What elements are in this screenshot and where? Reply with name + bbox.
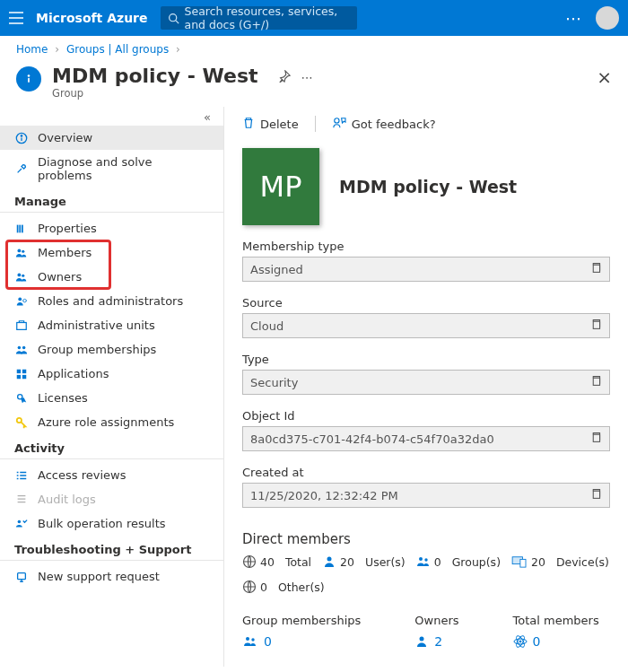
collapse-icon[interactable]: « [0,107,223,126]
svg-rect-25 [593,265,599,272]
owners-icon [14,271,29,284]
support-icon [14,571,29,583]
field-object-id: Object Id 8a0cd375-c701-42f4-b074-c54f70… [242,409,610,451]
sidebar-item-properties[interactable]: Properties [0,216,223,240]
sidebar-item-roles[interactable]: Roles and administrators [0,289,223,313]
pin-icon[interactable] [278,70,291,85]
sidebar-item-label: Owners [38,270,82,284]
dm-devices[interactable]: 20 Device(s) [511,554,609,569]
dm-num: 0 [260,580,267,594]
delete-button[interactable]: Delete [242,116,299,132]
bulk-icon [14,518,29,530]
more-icon[interactable]: ⋯ [565,9,583,28]
sidebar-section-manage: Manage [0,188,223,213]
field-value: Security [250,376,298,389]
dm-users[interactable]: 20 User(s) [322,554,406,569]
stat-owners[interactable]: Owners 2 [414,614,458,649]
users-icon [242,634,258,649]
title-row: MDM policy - West Group ⋯ × [0,63,628,107]
globe-icon [242,580,257,594]
sidebar-item-apps[interactable]: Applications [0,362,223,386]
dm-num: 40 [260,555,275,569]
field-source: Source Cloud [242,296,610,338]
sidebar-item-aunits[interactable]: Administrative units [0,313,223,337]
sidebar-item-gmembers[interactable]: Group memberships [0,337,223,362]
more-title-icon[interactable]: ⋯ [301,71,315,84]
field-label: Membership type [242,240,610,253]
sidebar-section-ts: Troubleshooting + Support [0,536,223,561]
feedback-button[interactable]: Got feedback? [332,116,436,132]
close-icon[interactable]: × [597,66,612,88]
sidebar-item-label: Diagnose and solve problems [38,155,209,182]
field-value: Assigned [250,263,303,276]
field-label: Object Id [242,409,610,423]
apps-icon [14,368,29,380]
dm-total[interactable]: 40 Total [242,554,311,569]
sidebar-item-diagnose[interactable]: Diagnose and solve problems [0,150,223,188]
svg-point-9 [22,249,24,252]
dm-groups[interactable]: 0 Group(s) [416,554,501,569]
dm-label: User(s) [365,555,406,569]
crumb-groups[interactable]: Groups | All groups [66,43,169,56]
group-memberships-icon [14,344,29,356]
svg-rect-2 [28,78,30,83]
svg-rect-6 [19,224,21,232]
copy-icon[interactable] [590,319,602,333]
copy-icon[interactable] [590,262,602,276]
svg-rect-28 [593,434,599,441]
dm-label: Device(s) [556,555,609,569]
svg-point-15 [22,345,26,349]
copy-icon[interactable] [590,375,602,389]
sidebar-item-support[interactable]: New support request [0,564,223,589]
dm-others[interactable]: 0 Other(s) [242,580,325,594]
copy-icon[interactable] [590,432,602,446]
users-icon [416,554,431,569]
svg-point-10 [17,273,21,276]
svg-rect-5 [17,224,19,232]
svg-rect-19 [22,374,26,378]
avatar[interactable] [596,6,619,30]
svg-point-31 [327,557,332,562]
sidebar-item-members[interactable]: Members [0,240,223,265]
hamburger-icon[interactable] [9,9,23,28]
svg-point-14 [18,345,22,349]
info-circle-icon [14,132,29,144]
sidebar-item-owners[interactable]: Owners [0,265,223,289]
svg-rect-26 [593,321,599,328]
svg-point-33 [424,558,427,561]
search-input[interactable]: Search resources, services, and docs (G+… [161,6,358,30]
sidebar-item-label: Administrative units [38,319,155,332]
sidebar-item-label: Roles and administrators [38,294,183,308]
page-subtitle: Group [52,87,258,100]
globe-icon [242,554,257,569]
svg-rect-35 [520,559,526,567]
sidebar-item-licenses[interactable]: Licenses [0,386,223,410]
dm-label: Group(s) [452,555,501,569]
stat-total-members[interactable]: Total members 0 [513,614,599,649]
copy-icon[interactable] [590,488,602,502]
sidebar-item-overview[interactable]: Overview [0,126,223,150]
sidebar-item-bulk[interactable]: Bulk operation results [0,511,223,536]
field-value-box: Assigned [242,257,610,282]
svg-point-1 [28,74,31,77]
sidebar-item-access[interactable]: Access reviews [0,463,223,487]
brand-label: Microsoft Azure [36,11,148,25]
stat-value: 0 [533,634,541,649]
sidebar: « Overview Diagnose and solve problems M… [0,107,224,667]
stat-label: Owners [414,614,458,627]
search-icon [168,13,179,24]
svg-point-37 [246,637,249,641]
field-label: Source [242,296,610,310]
stats-row: Group memberships 0 Owners 2 Total membe… [242,614,610,649]
svg-point-0 [169,13,176,21]
sidebar-item-azroles[interactable]: Azure role assignments [0,410,223,434]
crumb-home[interactable]: Home [16,43,48,56]
topbar: Microsoft Azure Search resources, servic… [0,0,628,36]
svg-rect-27 [593,378,599,385]
svg-rect-23 [18,572,26,579]
group-tile: MP [242,148,319,225]
properties-icon [14,223,29,235]
sidebar-item-audit[interactable]: Audit logs [0,487,223,511]
stat-group-memberships[interactable]: Group memberships 0 [242,614,361,649]
svg-point-39 [420,637,424,641]
